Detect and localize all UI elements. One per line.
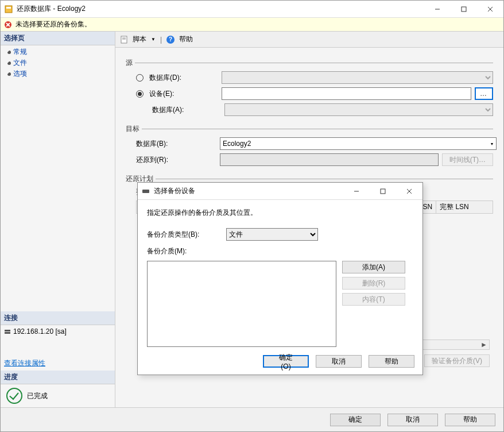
restore-to-label: 还原到(R): bbox=[136, 155, 216, 165]
device-path-input[interactable] bbox=[222, 87, 471, 100]
modal-close-button[interactable] bbox=[396, 183, 422, 199]
svg-rect-9 bbox=[5, 330, 10, 331]
modal-title: 选择备份设备 bbox=[154, 186, 343, 196]
connection-header: 连接 bbox=[1, 311, 115, 325]
sidebar-item-label: 文件 bbox=[13, 58, 27, 68]
progress-header: 进度 bbox=[1, 371, 115, 384]
sidebar-item-files[interactable]: 文件 bbox=[3, 57, 113, 68]
svg-rect-1 bbox=[6, 7, 11, 9]
view-connection-properties-link[interactable]: 查看连接属性 bbox=[4, 359, 45, 367]
modal-footer: 确定(O) 取消 帮助 bbox=[138, 352, 422, 371]
device-radio-label: 设备(E): bbox=[149, 89, 218, 99]
modal-help-button[interactable]: 帮助 bbox=[369, 355, 414, 368]
progress-status-text: 已完成 bbox=[27, 391, 48, 401]
media-label: 备份介质(M): bbox=[147, 245, 222, 256]
browse-device-button[interactable]: … bbox=[475, 87, 493, 100]
select-backup-device-dialog: 选择备份设备 指定还原操作的备份介质及其位置。 备份介质类型(B): 文件 备份… bbox=[137, 182, 423, 375]
scroll-right-icon[interactable]: ► bbox=[480, 341, 488, 349]
source-database-select bbox=[222, 71, 493, 84]
warning-text: 未选择要还原的备份集。 bbox=[15, 20, 91, 29]
target-legend: 目标 bbox=[126, 124, 142, 134]
close-button[interactable] bbox=[477, 1, 503, 17]
help-icon: ? bbox=[166, 36, 175, 44]
modal-titlebar: 选择备份设备 bbox=[138, 183, 422, 200]
target-database-input[interactable] bbox=[220, 137, 497, 150]
sidebar-item-general[interactable]: 常规 bbox=[3, 47, 113, 57]
media-type-select[interactable]: 文件 bbox=[226, 228, 318, 241]
help-button[interactable]: 帮助 bbox=[445, 414, 495, 426]
target-db-label: 数据库(B): bbox=[136, 139, 216, 149]
database-radio[interactable] bbox=[136, 74, 144, 82]
success-check-icon bbox=[6, 388, 22, 404]
svg-rect-14 bbox=[142, 190, 149, 193]
minimize-button[interactable] bbox=[424, 1, 451, 17]
modal-ok-button[interactable]: 确定(O) bbox=[263, 355, 309, 368]
svg-rect-0 bbox=[5, 6, 12, 13]
svg-rect-11 bbox=[121, 36, 127, 43]
contents-button: 内容(T) bbox=[342, 293, 405, 306]
error-icon bbox=[4, 21, 12, 29]
modal-cancel-button[interactable]: 取消 bbox=[316, 355, 362, 368]
main-titlebar: 还原数据库 - Ecology2 bbox=[1, 1, 503, 18]
sidebar-item-label: 常规 bbox=[13, 47, 27, 57]
script-dropdown[interactable]: 脚本 bbox=[133, 34, 146, 44]
ok-button[interactable]: 确定 bbox=[330, 414, 381, 426]
timeline-button: 时间线(T)… bbox=[442, 153, 493, 166]
media-type-label: 备份介质类型(B): bbox=[147, 230, 222, 240]
sidebar-item-label: 选项 bbox=[13, 69, 27, 79]
target-group: 目标 数据库(B): ▾ 还原到(R): 时间线(T)… bbox=[126, 124, 493, 169]
svg-rect-16 bbox=[381, 189, 385, 194]
device-icon bbox=[141, 187, 150, 196]
col-full-lsn: 完整 LSN bbox=[436, 201, 472, 213]
wrench-icon bbox=[4, 49, 11, 56]
sidebar: 选择页 常规 文件 选项 连接 192 bbox=[1, 32, 115, 407]
cancel-button[interactable]: 取消 bbox=[387, 414, 438, 426]
verify-backup-media-button: 验证备份介质(V) bbox=[424, 354, 490, 367]
modal-maximize-button[interactable] bbox=[370, 183, 396, 199]
toolbar: 脚本 ▼ | ? 帮助 bbox=[115, 32, 503, 48]
server-icon bbox=[4, 328, 11, 335]
source-db-sub-label: 数据库(A): bbox=[136, 105, 221, 115]
warning-strip: 未选择要还原的备份集。 bbox=[1, 18, 503, 32]
modal-minimize-button[interactable] bbox=[343, 183, 370, 199]
modal-instruction: 指定还原操作的备份介质及其位置。 bbox=[147, 208, 413, 218]
progress-row: 已完成 bbox=[1, 384, 115, 407]
svg-rect-3 bbox=[462, 7, 466, 11]
source-group: 源 数据库(D): 设备(E): … 数据库(A): bbox=[126, 58, 493, 119]
remove-media-button: 删除(R) bbox=[342, 277, 405, 290]
wrench-icon bbox=[4, 60, 11, 67]
database-icon bbox=[4, 5, 13, 14]
backup-media-listbox[interactable] bbox=[147, 261, 336, 347]
restore-to-input bbox=[220, 153, 439, 166]
connection-text: 192.168.1.20 [sa] bbox=[13, 327, 67, 335]
sidebar-item-options[interactable]: 选项 bbox=[3, 68, 113, 79]
svg-rect-10 bbox=[5, 332, 10, 334]
window-title: 还原数据库 - Ecology2 bbox=[17, 4, 424, 14]
wrench-icon bbox=[4, 71, 11, 78]
select-page-header: 选择页 bbox=[1, 32, 115, 45]
connection-value-row: 192.168.1.20 [sa] bbox=[4, 327, 111, 335]
add-media-button[interactable]: 添加(A) bbox=[342, 261, 405, 273]
source-database-sub-select bbox=[224, 103, 493, 116]
database-radio-label: 数据库(D): bbox=[149, 73, 218, 83]
main-footer: 确定 取消 帮助 bbox=[1, 407, 503, 431]
help-link[interactable]: 帮助 bbox=[179, 34, 193, 44]
source-legend: 源 bbox=[126, 58, 135, 68]
script-icon bbox=[120, 36, 128, 44]
maximize-button[interactable] bbox=[451, 1, 477, 17]
device-radio[interactable] bbox=[136, 90, 144, 98]
